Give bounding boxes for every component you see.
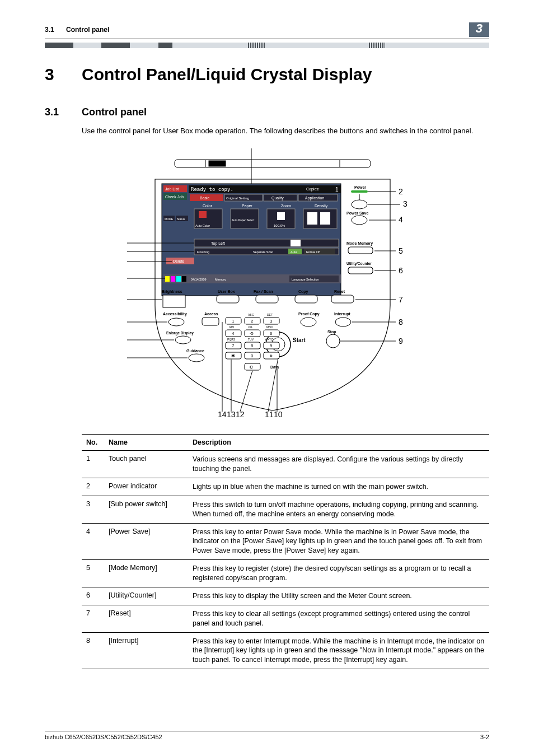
callout-7: 7	[399, 295, 403, 304]
svg-text:6: 6	[270, 331, 273, 336]
callout-8: 8	[399, 318, 403, 326]
delete-btn: Delete	[173, 259, 184, 263]
svg-text:1: 1	[232, 319, 235, 324]
cell-desc: Press this key to enter Power Save mode.…	[188, 523, 489, 560]
rotate-off: Rotate Off	[306, 250, 320, 254]
callout-10: 10	[274, 410, 283, 417]
cell-name: Touch panel	[104, 451, 188, 478]
svg-rect-39	[348, 267, 373, 274]
svg-rect-23	[291, 240, 301, 246]
svg-text:2: 2	[251, 319, 254, 324]
cell-no: 8	[82, 632, 104, 669]
lbl-color: Color	[203, 204, 212, 208]
tab-status: Status	[177, 217, 185, 221]
svg-text:DEF: DEF	[267, 313, 273, 316]
svg-rect-20	[307, 212, 317, 225]
callout-12: 12	[236, 410, 245, 417]
svg-rect-46	[163, 295, 185, 307]
table-row: 4[Power Save]Press this key to enter Pow…	[82, 523, 489, 560]
svg-text:7: 7	[232, 343, 235, 348]
reset-label: Reset	[334, 290, 345, 293]
table-row: 8[Interrupt]Press this key to enter Inte…	[82, 632, 489, 669]
cell-name: Power indicator	[104, 478, 188, 496]
auto-color: Auto Color	[195, 224, 210, 227]
mode-memory-label: Mode Memory	[346, 241, 373, 246]
chapter-number: 3	[45, 65, 62, 84]
power-label: Power	[354, 185, 366, 189]
table-row: 7[Reset]Press this key to clear all sett…	[82, 605, 489, 632]
svg-rect-34	[351, 190, 368, 193]
cell-name: [Power Save]	[104, 523, 188, 560]
svg-rect-18	[277, 212, 285, 220]
svg-text:8: 8	[251, 343, 254, 348]
decorative-stripe	[45, 43, 489, 48]
svg-point-36	[352, 200, 367, 209]
tab-joblist: Job List	[165, 187, 179, 191]
page-header: 3.1 Control panel 3	[45, 22, 489, 39]
enlarge-label: Enlarge Display	[166, 331, 194, 335]
svg-text:3: 3	[270, 319, 273, 324]
svg-rect-0	[175, 160, 371, 167]
th-desc: Description	[188, 435, 489, 451]
cell-desc: Press this switch to turn on/off machine…	[188, 496, 489, 523]
cell-no: 2	[82, 478, 104, 496]
intro-paragraph: Use the control panel for User Box mode …	[82, 126, 489, 136]
svg-text:JKL: JKL	[248, 325, 253, 329]
table-row: 1Touch panelVarious screens and messages…	[82, 451, 489, 478]
table-row: 3[Sub power switch]Press this switch to …	[82, 496, 489, 523]
callout-6: 6	[399, 266, 403, 275]
tab-checkjob: Check Job	[165, 195, 184, 199]
svg-text:·5: ·5	[250, 331, 254, 336]
start-label: Start	[293, 337, 306, 343]
callout-2: 2	[399, 187, 403, 196]
chapter-heading: 3 Control Panel/Liquid Crystal Display	[45, 65, 489, 84]
c-key: C	[250, 365, 253, 370]
finishing: Finishing	[197, 250, 209, 254]
table-row: 6[Utility/Counter]Press this key to disp…	[82, 587, 489, 605]
th-no: No.	[82, 435, 104, 451]
svg-point-52	[189, 354, 204, 362]
copies-value: 1	[335, 186, 339, 193]
cell-no: 6	[82, 587, 104, 605]
screen-status: Ready to copy.	[191, 186, 233, 192]
svg-rect-47	[217, 295, 239, 303]
callout-11: 11	[265, 410, 274, 417]
svg-rect-40	[331, 295, 354, 303]
callout-5: 5	[399, 246, 403, 255]
section-title: Control panel	[82, 106, 147, 118]
callout-13: 13	[227, 410, 236, 417]
svg-point-37	[352, 216, 367, 225]
cell-desc: Press this key to register (store) the d…	[188, 560, 489, 587]
svg-text:✱: ✱	[231, 353, 235, 358]
cell-no: 5	[82, 560, 104, 587]
svg-rect-48	[256, 295, 278, 303]
access-label: Access	[204, 312, 218, 316]
cell-name: [Mode Memory]	[104, 560, 188, 587]
cell-desc: Various screens and messages are display…	[188, 451, 489, 478]
auto-btn: Auto	[291, 250, 297, 254]
cell-no: 3	[82, 496, 104, 523]
cell-no: 1	[82, 451, 104, 478]
screen-memory: Memory	[215, 278, 226, 281]
svg-rect-53	[202, 318, 219, 325]
svg-point-41	[335, 318, 351, 326]
svg-text:0: 0	[251, 353, 254, 358]
sep-scan: Separate Scan	[253, 250, 273, 254]
guidance-label: Guidance	[186, 349, 204, 353]
tab-quality: Quality	[271, 196, 284, 200]
svg-text:ABC: ABC	[248, 313, 254, 316]
auto-paper: Auto Paper Select	[232, 218, 255, 222]
chapter-title: Control Panel/Liquid Crystal Display	[82, 65, 372, 84]
svg-point-50	[168, 318, 184, 326]
svg-rect-21	[320, 212, 330, 225]
callout-3: 3	[403, 199, 407, 208]
cell-no: 4	[82, 523, 104, 560]
callout-1: 1	[249, 148, 254, 150]
accessibility-label: Accessibility	[163, 312, 187, 316]
header-section-no: 3.1	[45, 26, 54, 34]
chapter-badge: 3	[469, 22, 489, 37]
section-heading: 3.1 Control panel	[45, 106, 489, 118]
svg-rect-29	[165, 276, 170, 282]
footer-page: 3-2	[480, 734, 489, 740]
callout-9: 9	[399, 337, 403, 346]
